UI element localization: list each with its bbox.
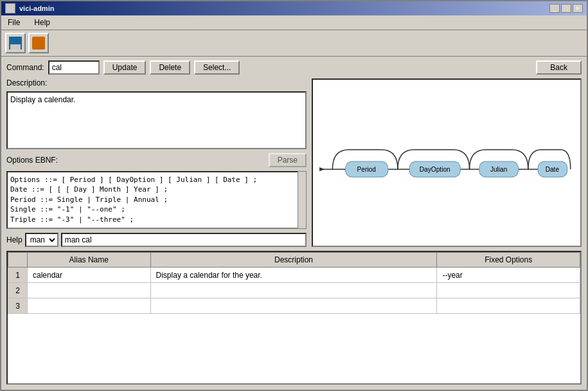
help-label: Help [6, 235, 22, 244]
table-header-row: Alias Name Description Fixed Options [8, 253, 580, 268]
julian-label: Julian [490, 166, 507, 173]
toolbar [1, 30, 587, 57]
app-icon [5, 3, 15, 14]
menubar: File Help [1, 15, 587, 30]
diagram-container: Period DayOption Julian Date [312, 78, 582, 247]
menu-help[interactable]: Help [30, 17, 54, 28]
delete-button[interactable]: Delete [150, 60, 190, 75]
row-description-1[interactable] [150, 283, 437, 298]
window-controls: _ □ ✕ [549, 4, 583, 13]
row-description-0[interactable]: Display a calendar for the year. [150, 268, 437, 283]
row-num-0: 1 [8, 268, 28, 283]
exit-button[interactable] [28, 33, 49, 53]
parse-button[interactable]: Parse [269, 153, 307, 167]
ebnf-content: Options ::= [ Period ] [ DayOption ] [ J… [10, 176, 257, 224]
table-row: 2 [8, 283, 580, 298]
command-label: Command: [6, 63, 44, 72]
ebnf-wrapper: Options ::= [ Period ] [ DayOption ] [ J… [6, 171, 307, 229]
dayoption-label: DayOption [420, 166, 450, 173]
ebnf-scrollbar[interactable] [298, 171, 307, 229]
top-section: Command: Update Delete Select... Descrip… [1, 57, 587, 251]
save-button[interactable] [5, 33, 26, 53]
table-row: 1 calendar Display a calendar for the ye… [8, 268, 580, 283]
row-alias-1[interactable] [28, 283, 151, 298]
description-area[interactable]: Display a calendar. [6, 91, 307, 149]
description-text: Display a calendar. [10, 95, 75, 104]
ebnf-label: Options EBNF: [6, 156, 58, 165]
title-bar-left: vici-admin [5, 3, 54, 14]
col-alias: Alias Name [28, 253, 151, 268]
main-content: Command: Update Delete Select... Descrip… [1, 57, 587, 390]
minimize-button[interactable]: _ [549, 4, 560, 13]
row-num-2: 3 [8, 298, 28, 314]
help-input[interactable] [61, 233, 307, 247]
left-panel: Command: Update Delete Select... Descrip… [6, 60, 307, 247]
close-button[interactable]: ✕ [573, 4, 583, 13]
select-button[interactable]: Select... [194, 60, 240, 75]
main-window: vici-admin _ □ ✕ File Help Command: [0, 0, 588, 391]
ebnf-row: Options EBNF: Parse [6, 153, 307, 167]
table-container: Alias Name Description Fixed Options 1 c… [6, 251, 582, 385]
description-label: Description: [6, 78, 307, 87]
table-row: 3 [8, 298, 580, 314]
row-fixed-1[interactable] [437, 283, 580, 298]
title-bar: vici-admin _ □ ✕ [1, 1, 587, 15]
ebnf-area[interactable]: Options ::= [ Period ] [ DayOption ] [ J… [6, 171, 307, 229]
period-label: Period [357, 166, 376, 173]
command-input[interactable] [48, 60, 100, 75]
row-alias-0[interactable]: calendar [28, 268, 151, 283]
row-fixed-2[interactable] [437, 298, 580, 314]
col-description: Description [150, 253, 437, 268]
row-description-2[interactable] [150, 298, 437, 314]
exit-icon [32, 37, 45, 50]
col-fixed: Fixed Options [437, 253, 580, 268]
date-label: Date [546, 166, 560, 173]
help-type-select[interactable]: man info [25, 233, 58, 247]
save-icon [9, 37, 22, 50]
col-num [8, 253, 28, 268]
diagram-svg: Period DayOption Julian Date [313, 80, 580, 246]
row-fixed-0[interactable]: --year [437, 268, 580, 283]
help-row: Help man info [6, 233, 307, 247]
table-body: 1 calendar Display a calendar for the ye… [8, 268, 580, 314]
window-title: vici-admin [19, 5, 54, 12]
right-panel: Back [312, 60, 582, 247]
back-button[interactable]: Back [536, 60, 582, 75]
row-alias-2[interactable] [28, 298, 151, 314]
update-button[interactable]: Update [103, 60, 147, 75]
back-btn-row: Back [312, 60, 582, 75]
bottom-section: Alias Name Description Fixed Options 1 c… [1, 251, 587, 390]
menu-file[interactable]: File [4, 17, 24, 28]
alias-table: Alias Name Description Fixed Options 1 c… [8, 252, 580, 314]
arrow-start [319, 167, 325, 171]
row-num-1: 2 [8, 283, 28, 298]
command-row: Command: Update Delete Select... [6, 60, 307, 75]
maximize-button[interactable]: □ [561, 4, 571, 13]
